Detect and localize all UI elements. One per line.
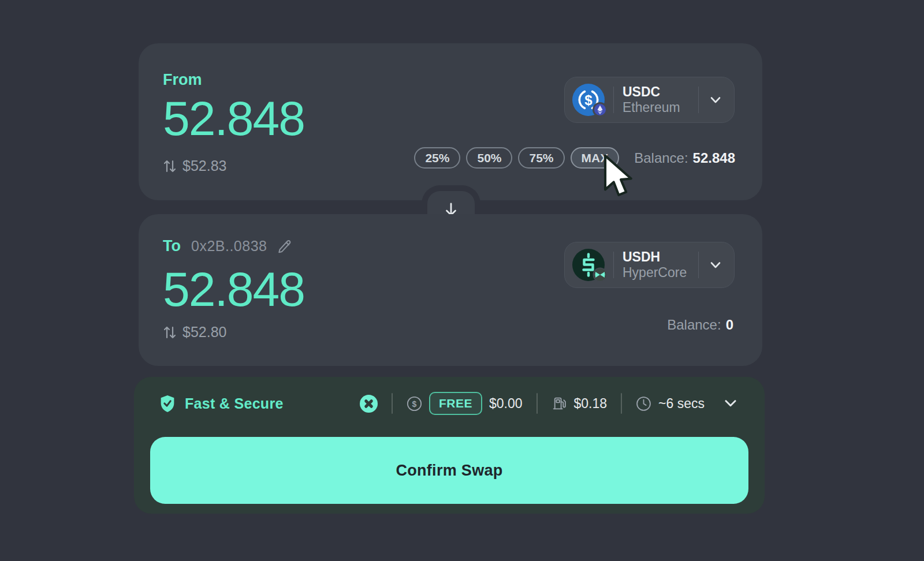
recipient-address: 0x2B..0838 [191, 238, 267, 255]
edit-pencil-icon [277, 239, 292, 254]
divider [698, 87, 699, 113]
clock-icon [636, 396, 651, 412]
svg-text:$: $ [412, 399, 417, 408]
time-estimate: ~6 secs [658, 396, 705, 412]
from-token-symbol: USDC [623, 84, 660, 100]
svg-text:$: $ [584, 92, 593, 108]
percent-button-max[interactable]: MAX [571, 147, 620, 169]
usdc-token-icon: $ [572, 84, 605, 116]
confirm-swap-button[interactable]: Confirm Swap [150, 437, 748, 504]
fee-group: $ FREE $0.00 [407, 392, 523, 415]
divider [392, 393, 393, 414]
summary-card: Fast & Secure $ FREE $0.00 [134, 377, 765, 514]
chevron-down-icon [707, 92, 724, 108]
to-amount[interactable]: 52.848 [163, 264, 304, 315]
divider [613, 252, 614, 278]
ethereum-network-badge-icon [593, 102, 608, 119]
gas-value: $0.18 [574, 396, 608, 412]
swap-vertical-icon [163, 325, 177, 340]
to-balance-value: 0 [726, 317, 733, 333]
to-label: To [163, 237, 181, 255]
from-label: From [163, 71, 202, 89]
to-header: To 0x2B..0838 [163, 237, 292, 255]
percent-row: 25% 50% 75% MAX Balance: 52.848 [414, 147, 735, 169]
fee-dollar-icon: $ [407, 396, 422, 412]
from-token-selector[interactable]: $ USDC Ethereum [564, 77, 735, 123]
summary-chevron-down-icon[interactable] [722, 395, 739, 412]
swap-vertical-icon [163, 159, 177, 174]
divider [613, 87, 614, 113]
summary-row[interactable]: Fast & Secure $ FREE $0.00 [134, 377, 765, 430]
to-balance: Balance: 0 [667, 317, 733, 333]
edit-address-button[interactable] [277, 239, 292, 254]
percent-button-50[interactable]: 50% [466, 147, 512, 169]
to-token-network: HyperCore [623, 265, 687, 280]
chevron-down-icon [707, 257, 724, 273]
to-balance-label: Balance: [667, 317, 721, 333]
to-fiat-row[interactable]: $52.80 [163, 324, 226, 341]
fast-secure-label: Fast & Secure [185, 395, 284, 412]
to-token-symbol: USDH [623, 249, 660, 265]
from-token-network: Ethereum [623, 100, 680, 115]
divider [536, 393, 538, 414]
to-token-selector[interactable]: USDH HyperCore [564, 242, 735, 288]
percent-button-75[interactable]: 75% [518, 147, 564, 169]
divider [698, 252, 699, 278]
time-group: ~6 secs [636, 396, 705, 412]
from-amount-input[interactable]: 52.848 [163, 93, 304, 144]
from-fiat-value: $52.83 [182, 158, 226, 174]
from-balance-value: 52.848 [693, 150, 735, 166]
hypercore-network-badge-icon [593, 267, 608, 284]
percent-button-25[interactable]: 25% [414, 147, 460, 169]
gas-pump-icon [552, 396, 567, 412]
from-fiat-row[interactable]: $52.83 [163, 158, 226, 174]
usdh-token-icon [572, 249, 605, 281]
divider [621, 393, 622, 414]
shield-check-icon [159, 395, 176, 413]
to-card: To 0x2B..0838 52.848 $52.80 [139, 214, 762, 366]
from-card: From 52.848 $52.83 $ [139, 43, 762, 200]
to-fiat-value: $52.80 [182, 324, 226, 341]
free-badge: FREE [429, 392, 482, 415]
from-balance: Balance: 52.848 [634, 150, 735, 166]
fee-value: $0.00 [489, 396, 523, 412]
relay-logo-icon [360, 395, 378, 413]
from-balance-label: Balance: [634, 150, 688, 166]
gas-group: $0.18 [552, 396, 608, 412]
